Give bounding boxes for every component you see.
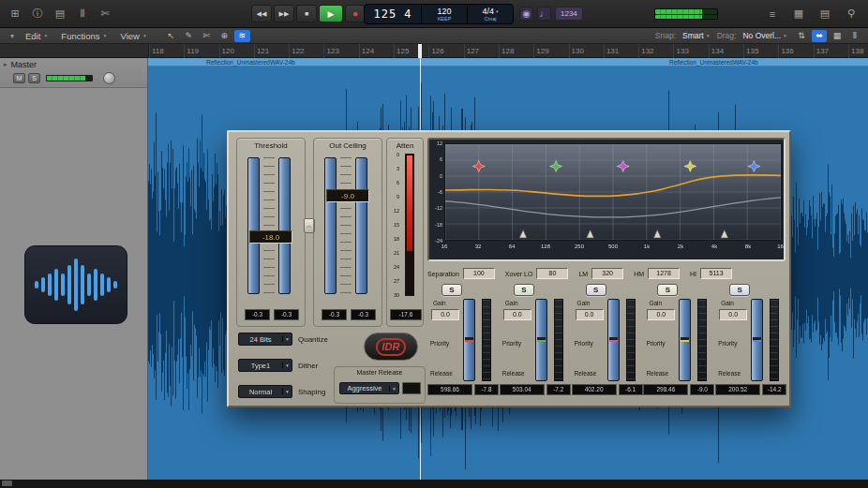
menu-functions[interactable]: Functions▼	[54, 31, 113, 41]
waveform-icon-bar	[54, 269, 58, 301]
time-signature[interactable]: 4/4	[482, 7, 494, 16]
ruler-bar-number: 128	[501, 47, 514, 55]
ruler-bar-number: 138	[851, 47, 863, 55]
band-2-fader[interactable]	[535, 299, 547, 381]
metronome-icon[interactable]: ♩	[537, 7, 551, 21]
lcd-signature[interactable]: 4/4 ▾ Cmaj	[467, 5, 513, 23]
stop-button[interactable]: ■	[296, 5, 317, 22]
xover-value[interactable]: 80	[536, 268, 568, 279]
master-release-select[interactable]: Aggressive▼	[339, 382, 399, 394]
band-4-fader[interactable]	[679, 299, 691, 381]
record-button[interactable]: ●	[345, 5, 366, 22]
band-2-gain-value[interactable]: 0.0	[503, 309, 531, 320]
lcd-tempo[interactable]: 120 KEEP	[421, 5, 467, 23]
count-in-button[interactable]: 1234	[555, 7, 583, 21]
tools-icon[interactable]: ✄	[96, 5, 114, 22]
master-release-display	[402, 382, 421, 394]
snap-select[interactable]: Smart▼	[682, 31, 711, 40]
list-editors-icon[interactable]: ≡	[763, 5, 782, 22]
info-icon[interactable]: ⓘ	[28, 5, 47, 22]
rewind-button[interactable]: ◀◀	[251, 5, 272, 22]
band-1-release-value[interactable]: 598.66	[427, 384, 472, 395]
mute-button[interactable]: M	[13, 73, 25, 83]
waveform-icon-bar	[35, 281, 38, 288]
pointer-tool[interactable]: ↖	[163, 30, 179, 42]
ruler-bar-number: 126	[431, 47, 443, 55]
catch-playhead-icon[interactable]: ⬌	[812, 30, 827, 42]
scissors-tool[interactable]: ✄	[199, 30, 215, 42]
key-signature[interactable]: Cmaj	[485, 16, 497, 22]
play-button[interactable]: ▶	[319, 5, 343, 22]
threshold-value[interactable]: -18.0	[249, 230, 292, 244]
dither-select[interactable]: Type1▼	[238, 359, 292, 372]
band-5-fader[interactable]	[751, 299, 763, 381]
tuner-icon[interactable]: ◉	[519, 7, 533, 21]
graph-plot-area[interactable]	[444, 143, 782, 241]
vertical-zoom-icon[interactable]: ⇅	[794, 30, 809, 42]
eq-graph[interactable]: 1260-6-12-18-24 1632641282505001k2k4k8k1…	[427, 138, 786, 261]
idr-logo: IDR	[364, 333, 418, 361]
xover-value[interactable]: 1278	[648, 268, 680, 279]
out-ceiling-fader-right[interactable]	[355, 157, 367, 294]
scrollbar-thumb[interactable]	[2, 481, 12, 486]
menu-edit[interactable]: Edit▼	[19, 31, 54, 41]
band-3-fader[interactable]	[607, 299, 620, 381]
notes-icon[interactable]: ▤	[816, 5, 834, 22]
search-icon[interactable]: ⚲	[842, 5, 861, 22]
solo-button[interactable]: S	[28, 73, 40, 83]
menu-view[interactable]: View▼	[113, 31, 153, 41]
xover-value[interactable]: 5113	[700, 268, 732, 279]
lcd-display[interactable]: 125 4 120 KEEP 4/4 ▾ Cmaj	[364, 4, 514, 24]
tempo-value[interactable]: 120	[437, 7, 451, 16]
band-4-release-value[interactable]: 298.46	[643, 384, 688, 395]
out-ceiling-fader-left[interactable]	[324, 157, 337, 294]
pan-knob[interactable]	[103, 72, 115, 84]
band-4-solo-button[interactable]: S	[657, 284, 678, 296]
flex-tool[interactable]: ≋	[234, 30, 250, 42]
band-5-gain-value[interactable]: 0.0	[719, 309, 747, 320]
lcd-position[interactable]: 125 4	[365, 5, 421, 23]
gain-label: Gain	[721, 300, 734, 306]
out-ceiling-value[interactable]: -9.0	[326, 189, 369, 202]
band-1-gain-value[interactable]: 0.0	[431, 309, 459, 320]
horizontal-scrollbar[interactable]	[0, 480, 868, 488]
quantize-select[interactable]: 24 Bits▼	[238, 333, 292, 346]
audio-track-icon[interactable]	[24, 245, 127, 324]
monitor-icon[interactable]: ⊞	[6, 5, 24, 22]
grid-icon[interactable]: ▦	[830, 30, 845, 42]
band-1-solo-button[interactable]: S	[441, 284, 462, 296]
threshold-fader-left[interactable]	[247, 157, 260, 294]
band-3-solo-button[interactable]: S	[586, 284, 606, 296]
separation-value[interactable]: 100	[463, 268, 495, 279]
release-label: Release	[430, 370, 453, 377]
band-5-release-value[interactable]: 200.52	[715, 384, 760, 395]
menus: Edit▼Functions▼View▼	[19, 31, 154, 41]
forward-button[interactable]: ▶▶	[274, 5, 294, 22]
band-3-gain-value[interactable]: 0.0	[576, 309, 604, 320]
library-icon[interactable]: ▤	[51, 5, 69, 22]
automation-icon[interactable]: ▾	[6, 32, 19, 40]
shaping-select[interactable]: Normal▼	[238, 385, 292, 398]
zoom-tool[interactable]: ⊕	[217, 30, 232, 42]
xover-value[interactable]: 320	[591, 268, 623, 279]
drag-select[interactable]: No Overl...▼	[742, 31, 787, 40]
band-5-solo-button[interactable]: S	[729, 284, 750, 296]
bar-ruler[interactable]: 1181191201211221231241251261271281291301…	[0, 44, 868, 58]
mixer-icon[interactable]: ⫴	[73, 5, 92, 22]
browsers-icon[interactable]: ▦	[789, 5, 808, 22]
band-1-fader[interactable]	[463, 299, 475, 381]
master-track-header[interactable]: ▸ Master M S	[0, 58, 147, 88]
band-2-release-value[interactable]: 503.04	[500, 384, 545, 395]
band-3-release-value[interactable]: 402.20	[572, 384, 617, 395]
band-4-gain-value[interactable]: 0.0	[647, 309, 675, 320]
band-2-solo-button[interactable]: S	[514, 284, 534, 296]
pencil-tool[interactable]: ✎	[181, 30, 197, 42]
threshold-readout-left: -0.3	[245, 309, 270, 320]
zoom-sliders-icon[interactable]: ⫴	[847, 30, 862, 42]
db-label: -6	[430, 189, 442, 195]
playhead-handle[interactable]	[418, 44, 422, 58]
chevron-down-icon: ▼	[783, 33, 787, 38]
threshold-fader-right[interactable]	[278, 157, 291, 294]
disclosure-icon[interactable]: ▸	[4, 61, 7, 68]
region-title-bar[interactable]: Reflection_UnmasteredWAV-24b Reflection_…	[148, 58, 868, 67]
